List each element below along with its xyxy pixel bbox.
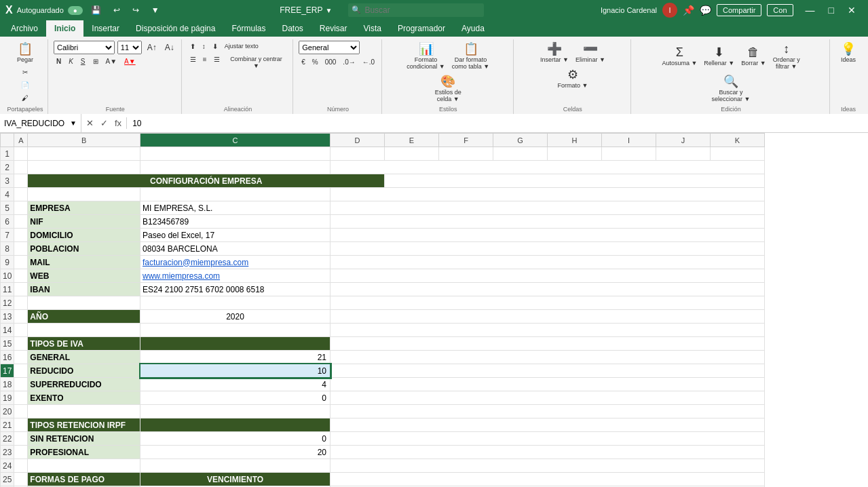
cell-a5[interactable] bbox=[14, 201, 28, 215]
cell-b20[interactable] bbox=[28, 405, 140, 418]
cell-c13[interactable]: 2020 bbox=[140, 310, 331, 324]
share-button[interactable]: Compartir bbox=[717, 4, 761, 16]
col-header-h[interactable]: H bbox=[548, 134, 602, 147]
cell-c1[interactable] bbox=[140, 147, 331, 161]
cell-a21[interactable] bbox=[14, 418, 28, 432]
cell-b2[interactable] bbox=[28, 161, 140, 174]
col-header-a[interactable]: A bbox=[14, 134, 28, 147]
bold-button[interactable]: N bbox=[54, 56, 64, 67]
cell-d5[interactable] bbox=[331, 201, 765, 215]
cell-b6[interactable]: NIF bbox=[28, 215, 140, 229]
col-header-g[interactable]: G bbox=[493, 134, 548, 147]
cell-d24[interactable] bbox=[331, 459, 765, 473]
cell-c14[interactable] bbox=[140, 324, 331, 337]
cell-c25[interactable]: VENCIMIENTO bbox=[140, 473, 331, 486]
cell-a20[interactable] bbox=[14, 405, 28, 418]
cell-d18[interactable] bbox=[331, 378, 765, 391]
cell-b25[interactable]: FORMAS DE PAGO bbox=[28, 473, 140, 486]
tab-archivo[interactable]: Archivo bbox=[3, 20, 46, 37]
cell-a16[interactable] bbox=[14, 351, 28, 364]
cancel-formula-button[interactable]: ✕ bbox=[84, 117, 96, 129]
cell-h1[interactable] bbox=[548, 147, 602, 161]
cell-a24[interactable] bbox=[14, 459, 28, 473]
cell-d15[interactable] bbox=[331, 337, 765, 351]
cell-j1[interactable] bbox=[656, 147, 711, 161]
cell-b3-config[interactable]: CONFIGURACIÓN EMPRESA bbox=[28, 174, 385, 188]
cell-b24[interactable] bbox=[28, 459, 140, 473]
cell-a15[interactable] bbox=[14, 337, 28, 351]
cell-c17-selected[interactable]: 10 bbox=[140, 364, 331, 378]
tab-programador[interactable]: Programador bbox=[390, 20, 453, 37]
cell-b17[interactable]: REDUCIDO bbox=[28, 364, 140, 378]
cell-d19[interactable] bbox=[331, 391, 765, 405]
cell-f1[interactable] bbox=[439, 147, 493, 161]
percent-button[interactable]: % bbox=[309, 56, 321, 68]
cell-a9[interactable] bbox=[14, 256, 28, 269]
cell-a23[interactable] bbox=[14, 446, 28, 459]
cell-b10[interactable]: WEB bbox=[28, 269, 140, 283]
cell-c7[interactable]: Paseo del Excel, 17 bbox=[140, 229, 331, 242]
cell-c15[interactable] bbox=[140, 337, 331, 351]
cell-b11[interactable]: IBAN bbox=[28, 283, 140, 296]
cell-a6[interactable] bbox=[14, 215, 28, 229]
tab-revisar[interactable]: Revisar bbox=[312, 20, 356, 37]
cell-b5[interactable]: EMPRESA bbox=[28, 201, 140, 215]
tab-formulas[interactable]: Fórmulas bbox=[223, 20, 273, 37]
formato-tabla-button[interactable]: 📋Dar formatocomo tabla ▼ bbox=[449, 41, 492, 72]
ideas-button[interactable]: 💡Ideas bbox=[838, 41, 858, 65]
cell-k1[interactable] bbox=[711, 147, 765, 161]
pegar-button[interactable]: 📋Pegar bbox=[14, 41, 36, 65]
cell-d17[interactable] bbox=[331, 364, 765, 378]
cell-c4[interactable] bbox=[140, 188, 331, 201]
cell-b15[interactable]: TIPOS DE IVA bbox=[28, 337, 140, 351]
cell-d1[interactable] bbox=[331, 147, 385, 161]
comments-icon[interactable]: 💬 bbox=[700, 5, 711, 16]
cell-i1[interactable] bbox=[602, 147, 656, 161]
col-header-j[interactable]: J bbox=[656, 134, 711, 147]
cell-d7[interactable] bbox=[331, 229, 765, 242]
cell-a1[interactable] bbox=[14, 147, 28, 161]
number-format-select[interactable]: General bbox=[299, 41, 360, 54]
cell-d9[interactable] bbox=[331, 256, 765, 269]
cell-d21[interactable] bbox=[331, 418, 765, 432]
cell-c6[interactable]: B123456789 bbox=[140, 215, 331, 229]
insertar-button[interactable]: ➕Insertar ▼ bbox=[537, 41, 571, 65]
cell-b7[interactable]: DOMICILIO bbox=[28, 229, 140, 242]
col-header-e[interactable]: E bbox=[385, 134, 439, 147]
cell-c11[interactable]: ES24 2100 2751 6702 0008 6518 bbox=[140, 283, 331, 296]
tab-insertar[interactable]: Insertar bbox=[83, 20, 128, 37]
cell-c22[interactable]: 0 bbox=[140, 432, 331, 446]
cell-c16[interactable]: 21 bbox=[140, 351, 331, 364]
cell-d23[interactable] bbox=[331, 446, 765, 459]
increase-decimal-button[interactable]: .0→ bbox=[340, 56, 358, 68]
wrap-text-button[interactable]: Ajustar texto bbox=[222, 41, 261, 52]
cell-b12[interactable] bbox=[28, 296, 140, 310]
italic-button[interactable]: K bbox=[66, 56, 76, 67]
cell-b23[interactable]: PROFESIONAL bbox=[28, 446, 140, 459]
insert-function-button[interactable]: fx bbox=[113, 117, 124, 129]
user-avatar[interactable]: I bbox=[662, 3, 677, 18]
cell-d16[interactable] bbox=[331, 351, 765, 364]
cell-a25[interactable] bbox=[14, 473, 28, 486]
font-size-select[interactable]: 11 bbox=[117, 41, 142, 54]
tab-disposicion[interactable]: Disposición de página bbox=[128, 20, 223, 37]
autosave-toggle[interactable]: ● bbox=[68, 6, 83, 15]
cell-c23[interactable]: 20 bbox=[140, 446, 331, 459]
align-right-button[interactable]: ☰ bbox=[211, 54, 223, 71]
cell-b1[interactable] bbox=[28, 147, 140, 161]
more-button[interactable]: ▼ bbox=[147, 4, 164, 16]
cell-a22[interactable] bbox=[14, 432, 28, 446]
col-header-f[interactable]: F bbox=[439, 134, 493, 147]
cell-c10[interactable]: www.miempresa.com bbox=[140, 269, 331, 283]
cell-c24[interactable] bbox=[140, 459, 331, 473]
close-button[interactable]: ✕ bbox=[841, 0, 863, 20]
font-color-button[interactable]: A▼ bbox=[121, 56, 138, 67]
cell-a8[interactable] bbox=[14, 242, 28, 256]
cell-a10[interactable] bbox=[14, 269, 28, 283]
cortar-button[interactable]: ✂ bbox=[18, 66, 32, 78]
cell-c8[interactable]: 08034 BARCELONA bbox=[140, 242, 331, 256]
font-grow-button[interactable]: A↑ bbox=[145, 41, 159, 54]
cell-a11[interactable] bbox=[14, 283, 28, 296]
cell-a19[interactable] bbox=[14, 391, 28, 405]
rellenar-button[interactable]: ⬇Rellenar ▼ bbox=[701, 44, 737, 69]
